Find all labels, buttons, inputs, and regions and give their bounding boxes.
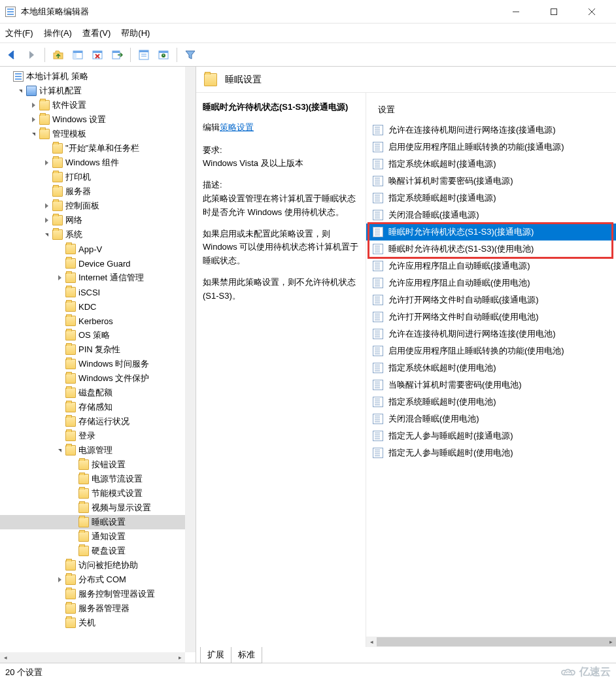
tree-item[interactable]: 关机 — [0, 616, 196, 630]
setting-item[interactable]: 允许打开网络文件时自动睡眠(接通电源) — [366, 291, 616, 308]
nav-forward-button[interactable] — [24, 47, 39, 63]
tree-item[interactable]: 软件设置 — [0, 98, 196, 112]
tree-expand-icon[interactable] — [42, 201, 51, 210]
properties-button[interactable] — [136, 47, 152, 63]
tree-item[interactable]: 系统 — [0, 227, 196, 242]
settings-column-header[interactable]: 设置 — [366, 93, 616, 119]
tree-item[interactable]: Windows 时间服务 — [0, 357, 196, 371]
tree-item[interactable]: 睡眠设置 — [0, 515, 196, 529]
setting-item[interactable]: 允许打开网络文件时自动睡眠(使用电池) — [366, 308, 616, 325]
tree-item[interactable]: 通知设置 — [0, 529, 196, 544]
tree-expand-icon[interactable] — [42, 158, 51, 167]
tree-item[interactable]: 存储运行状况 — [0, 414, 196, 429]
tab-extended[interactable]: 扩展 — [200, 647, 231, 663]
tree-item[interactable]: 网络 — [0, 213, 196, 227]
tree-item[interactable]: Device Guard — [0, 256, 196, 271]
tree-expand-icon[interactable] — [55, 273, 64, 282]
scroll-left-icon[interactable]: ◂ — [366, 637, 377, 647]
setting-item[interactable]: 关闭混合睡眠(接通电源) — [366, 207, 616, 224]
setting-item[interactable]: 当唤醒计算机时需要密码(使用电池) — [366, 376, 616, 393]
tree-expand-icon[interactable] — [29, 129, 38, 139]
tree-pane[interactable]: 本地计算机 策略计算机配置软件设置Windows 设置管理模板"开始"菜单和任务… — [0, 67, 196, 663]
tree-item[interactable]: Kerberos — [0, 314, 196, 328]
setting-item[interactable]: 睡眠时允许待机状态(S1-S3)(接通电源) — [366, 224, 616, 241]
tree-item[interactable]: 打印机 — [0, 170, 196, 184]
edit-policy-link[interactable]: 策略设置 — [220, 122, 254, 132]
tree-expand-icon[interactable] — [55, 446, 64, 455]
setting-item[interactable]: 允许在连接待机期间进行网络连接(接通电源) — [366, 122, 616, 139]
scroll-right-icon[interactable]: ▸ — [606, 637, 616, 647]
tree-item[interactable]: 按钮设置 — [0, 457, 196, 472]
setting-item[interactable]: 指定无人参与睡眠超时(使用电池) — [366, 444, 616, 461]
menu-help[interactable]: 帮助(H) — [121, 27, 150, 39]
setting-item[interactable]: 允许应用程序阻止自动睡眠(接通电源) — [366, 257, 616, 274]
tree-item[interactable]: 电源管理 — [0, 443, 196, 457]
tree-item[interactable]: 本地计算机 策略 — [0, 69, 196, 84]
tree-expand-icon[interactable] — [55, 575, 64, 584]
tree-item[interactable]: 存储感知 — [0, 400, 196, 414]
setting-item[interactable]: 睡眠时允许待机状态(S1-S3)(使用电池) — [366, 241, 616, 257]
setting-item[interactable]: 指定系统休眠超时(接通电源) — [366, 156, 616, 173]
setting-item[interactable]: 允许应用程序阻止自动睡眠(使用电池) — [366, 274, 616, 291]
setting-item[interactable]: 指定系统睡眠超时(接通电源) — [366, 190, 616, 207]
export-button[interactable] — [109, 47, 125, 63]
tree-item[interactable]: 服务器管理器 — [0, 601, 196, 616]
tree-item[interactable]: 视频与显示设置 — [0, 501, 196, 515]
tree-expand-icon[interactable] — [16, 86, 25, 95]
setting-item[interactable]: 指定系统休眠超时(使用电池) — [366, 359, 616, 376]
tree-item[interactable]: 磁盘配额 — [0, 386, 196, 400]
tree-item[interactable]: Windows 文件保护 — [0, 371, 196, 386]
tree-item[interactable]: 电源节流设置 — [0, 472, 196, 486]
tree-item[interactable]: 服务器 — [0, 184, 196, 199]
tree-item[interactable]: 分布式 COM — [0, 573, 196, 587]
setting-item[interactable]: 启用使应用程序阻止睡眠转换的功能(使用电池) — [366, 342, 616, 359]
scroll-down-icon[interactable]: ▾ — [185, 642, 196, 652]
setting-item[interactable]: 指定系统睡眠超时(使用电池) — [366, 393, 616, 410]
tree-item[interactable]: App-V — [0, 242, 196, 256]
tree-item[interactable]: Windows 设置 — [0, 112, 196, 127]
menu-view[interactable]: 查看(V) — [82, 27, 111, 39]
tree-item[interactable]: 计算机配置 — [0, 84, 196, 98]
setting-item[interactable]: 允许在连接待机期间进行网络连接(使用电池) — [366, 325, 616, 342]
tree-expand-icon[interactable] — [29, 115, 38, 124]
menu-file[interactable]: 文件(F) — [5, 27, 33, 39]
close-button[interactable] — [573, 0, 611, 24]
minimize-button[interactable] — [497, 0, 535, 24]
tree-item[interactable]: 服务控制管理器设置 — [0, 587, 196, 601]
scroll-up-icon[interactable]: ▴ — [185, 67, 196, 77]
tree-item[interactable]: 控制面板 — [0, 199, 196, 213]
nav-back-button[interactable] — [4, 47, 20, 63]
tab-standard[interactable]: 标准 — [231, 647, 262, 663]
delete-button[interactable] — [90, 47, 105, 63]
tree-item[interactable]: KDC — [0, 299, 196, 314]
tree-item[interactable]: 节能模式设置 — [0, 486, 196, 501]
setting-item[interactable]: 启用使应用程序阻止睡眠转换的功能(接通电源) — [366, 139, 616, 156]
setting-item[interactable]: 指定无人参与睡眠超时(接通电源) — [366, 427, 616, 444]
tree-expand-icon[interactable] — [42, 216, 51, 225]
tree-item[interactable]: 硬盘设置 — [0, 544, 196, 558]
show-hide-tree-button[interactable] — [70, 47, 86, 63]
scroll-left-icon[interactable]: ◂ — [0, 652, 10, 663]
tree-expand-icon[interactable] — [29, 101, 38, 110]
tree-item[interactable]: 管理模板 — [0, 127, 196, 141]
list-scrollbar-horizontal[interactable]: ◂ ▸ — [366, 637, 616, 647]
scrollbar-thumb[interactable] — [377, 637, 616, 646]
tree-scrollbar-vertical[interactable]: ▴ ▾ — [185, 67, 196, 652]
filter-button[interactable] — [182, 47, 198, 63]
setting-item[interactable]: 关闭混合睡眠(使用电池) — [366, 410, 616, 427]
tree-scrollbar-horizontal[interactable]: ◂ ▸ — [0, 652, 185, 663]
tree-item[interactable]: OS 策略 — [0, 328, 196, 342]
maximize-button[interactable] — [535, 0, 573, 24]
scroll-right-icon[interactable]: ▸ — [175, 652, 185, 663]
tree-item[interactable]: 访问被拒绝协助 — [0, 558, 196, 573]
menu-action[interactable]: 操作(A) — [44, 27, 72, 39]
tree-item[interactable]: PIN 复杂性 — [0, 342, 196, 357]
setting-item[interactable]: 唤醒计算机时需要密码(接通电源) — [366, 173, 616, 190]
help-button[interactable] — [156, 47, 171, 63]
up-folder-button[interactable] — [50, 47, 66, 63]
tree-item[interactable]: Internet 通信管理 — [0, 271, 196, 285]
tree-expand-icon[interactable] — [42, 230, 51, 239]
tree-item[interactable]: "开始"菜单和任务栏 — [0, 141, 196, 156]
tree-item[interactable]: iSCSI — [0, 285, 196, 299]
tree-item[interactable]: 登录 — [0, 429, 196, 443]
